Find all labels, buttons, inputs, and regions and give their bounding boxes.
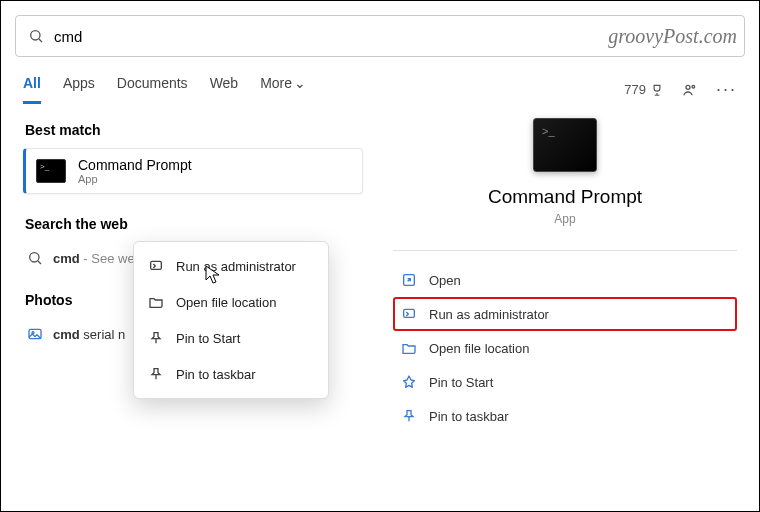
folder-icon (148, 294, 164, 310)
match-subtitle: App (78, 173, 192, 185)
command-prompt-icon-large (533, 118, 597, 172)
more-icon[interactable]: ··· (716, 79, 737, 100)
people-icon[interactable] (682, 82, 698, 98)
scope-tabs: All Apps Documents Web More⌄ 779 ··· (1, 57, 759, 104)
best-match-heading: Best match (25, 122, 363, 138)
details-title: Command Prompt (393, 186, 737, 208)
pin-icon (148, 366, 164, 382)
cursor-icon (205, 265, 221, 285)
svg-rect-10 (151, 261, 162, 269)
ctx-run-as-admin[interactable]: Run as administrator (134, 248, 328, 284)
tab-all[interactable]: All (23, 75, 41, 104)
ctx-pin-to-start[interactable]: Pin to Start (134, 320, 328, 356)
image-icon (27, 326, 43, 342)
rewards-points[interactable]: 779 (624, 82, 664, 97)
best-match-item[interactable]: Command Prompt App (23, 148, 363, 194)
svg-point-2 (686, 85, 690, 89)
svg-point-3 (692, 85, 695, 88)
search-icon (28, 28, 44, 44)
search-icon (27, 250, 43, 266)
tab-more[interactable]: More⌄ (260, 75, 306, 104)
pin-icon (148, 330, 164, 346)
svg-point-0 (31, 31, 40, 40)
divider (393, 250, 737, 251)
match-title: Command Prompt (78, 157, 192, 173)
command-prompt-icon (36, 159, 66, 183)
watermark-text: groovyPost.com (608, 25, 737, 48)
svg-line-5 (38, 261, 41, 264)
context-menu: Run as administrator Open file location … (133, 241, 329, 399)
trophy-icon (650, 83, 664, 97)
action-open[interactable]: Open (393, 263, 737, 297)
tab-documents[interactable]: Documents (117, 75, 188, 104)
tab-apps[interactable]: Apps (63, 75, 95, 104)
folder-icon (401, 340, 417, 356)
svg-rect-9 (404, 309, 415, 317)
action-pin-to-taskbar[interactable]: Pin to taskbar (393, 399, 737, 433)
details-pane: Command Prompt App Open Run as administr… (393, 114, 737, 433)
pin-icon (401, 374, 417, 390)
tab-web[interactable]: Web (210, 75, 239, 104)
admin-shield-icon (401, 306, 417, 322)
admin-shield-icon (148, 258, 164, 274)
ctx-open-file-location[interactable]: Open file location (134, 284, 328, 320)
action-open-file-location[interactable]: Open file location (393, 331, 737, 365)
open-icon (401, 272, 417, 288)
search-web-heading: Search the web (25, 216, 363, 232)
ctx-pin-to-taskbar[interactable]: Pin to taskbar (134, 356, 328, 392)
pin-icon (401, 408, 417, 424)
svg-line-1 (39, 39, 42, 42)
svg-point-4 (30, 253, 39, 262)
action-run-as-admin[interactable]: Run as administrator (393, 297, 737, 331)
action-pin-to-start[interactable]: Pin to Start (393, 365, 737, 399)
details-subtitle: App (393, 212, 737, 226)
